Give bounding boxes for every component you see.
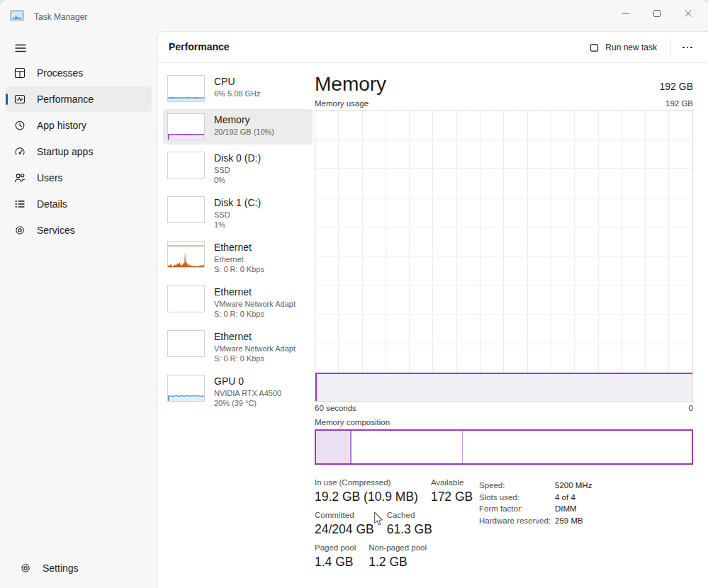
startup-apps-icon: [14, 146, 26, 157]
sidebar-item-label: Performance: [37, 94, 94, 105]
sidebar-item-label: Processes: [37, 67, 83, 79]
memory-total: 192 GB: [660, 81, 693, 96]
perf-item-ethernet3[interactable]: Ethernet VMware Network Adapt S: 0 R: 0 …: [163, 326, 313, 368]
stat-nonpaged-pool: Non-paged pool 1.2 GB: [369, 543, 427, 570]
perf-item-subtitle: VMware Network Adapt: [214, 299, 296, 309]
navigation-menu-button[interactable]: [9, 38, 33, 58]
detail-row-slots: Slots used: 4 of 4: [479, 492, 592, 504]
memory-composition-bar[interactable]: [315, 429, 693, 465]
perf-item-stat: S: 0 R: 0 Kbps: [214, 264, 264, 274]
sidebar-item-label: Settings: [43, 562, 79, 574]
stat-available: Available 172 GB: [431, 478, 473, 504]
disk1-sparkline: [167, 196, 205, 223]
perf-item-memory[interactable]: Memory 20/192 GB (10%): [163, 109, 313, 145]
perf-item-stat: S: 0 R: 0 Kbps: [214, 309, 296, 319]
processes-icon: [14, 67, 26, 79]
detail-row-speed: Speed: 5200 MHz: [479, 480, 592, 492]
stat-paged-pool: Paged pool 1.4 GB: [315, 543, 356, 570]
composition-segment-free: [463, 431, 692, 463]
app-logo-icon: [10, 10, 24, 21]
sidebar-item-label: Users: [37, 172, 63, 183]
sidebar-nav: Processes Performance App history Startu…: [0, 60, 157, 244]
perf-item-title: Memory: [214, 113, 274, 127]
perf-item-ethernet1[interactable]: Ethernet Ethernet S: 0 R: 0 Kbps: [163, 237, 313, 278]
memory-detail-pane: Memory 192 GB Memory usage 192 GB 60 sec…: [315, 64, 708, 588]
perf-item-stat: SSD: [214, 165, 261, 175]
close-button[interactable]: [673, 3, 704, 24]
x-axis-left-label: 60 seconds: [315, 404, 356, 412]
sidebar-item-settings[interactable]: Settings: [11, 555, 146, 581]
memory-hardware-details: Speed: 5200 MHz Slots used: 4 of 4 Form …: [479, 478, 592, 576]
perf-item-stat: 1%: [214, 220, 261, 230]
sidebar-item-startup-apps[interactable]: Startup apps: [6, 139, 152, 164]
chart-x-axis: 60 seconds 0: [315, 404, 693, 412]
sidebar-item-label: Details: [37, 198, 67, 210]
run-new-task-label: Run new task: [605, 43, 657, 52]
perf-item-title: GPU 0: [214, 375, 281, 388]
stat-cached: Cached 61.3 GB: [387, 511, 432, 537]
perf-item-ethernet2[interactable]: Ethernet VMware Network Adapt S: 0 R: 0 …: [163, 281, 313, 323]
run-new-task-icon: [590, 43, 599, 52]
stat-committed: Committed 24/204 GB: [315, 511, 374, 537]
perf-item-title: Ethernet: [214, 285, 296, 299]
app-title: Task Manager: [34, 12, 87, 22]
memory-title: Memory: [315, 73, 386, 96]
ethernet3-sparkline: [167, 330, 205, 357]
ethernet1-sparkline: [167, 241, 205, 268]
perf-item-title: Ethernet: [214, 330, 296, 344]
task-manager-window: Task Manager Processes: [0, 0, 708, 588]
perf-item-title: Disk 1 (C:): [214, 196, 261, 210]
app-history-icon: [14, 120, 26, 131]
sidebar-item-app-history[interactable]: App history: [6, 113, 152, 138]
memory-usage-label: Memory usage: [315, 99, 369, 108]
selection-accent-bar: [6, 94, 8, 105]
ethernet2-sparkline: [167, 285, 205, 312]
panel-header: Performance Run new task: [158, 32, 708, 63]
x-axis-right-label: 0: [689, 404, 693, 412]
maximize-button[interactable]: [641, 3, 673, 24]
sidebar-item-details[interactable]: Details: [6, 191, 152, 217]
performance-body: CPU 6% 5.08 GHz Memory 20/192: [158, 64, 708, 588]
sidebar-item-users[interactable]: Users: [6, 165, 152, 191]
titlebar: Task Manager: [0, 0, 708, 31]
cpu-sparkline: [167, 75, 205, 102]
more-options-button[interactable]: [674, 37, 701, 58]
composition-segment-standby: [352, 431, 462, 463]
perf-item-disk1[interactable]: Disk 1 (C:) SSD 1%: [163, 192, 313, 234]
memory-scale-max: 192 GB: [665, 99, 693, 108]
perf-item-subtitle: VMware Network Adapt: [214, 344, 296, 354]
perf-item-stat: 20% (39 °C): [214, 398, 281, 408]
performance-icon: [14, 94, 26, 105]
memory-sparkline: [167, 113, 205, 140]
perf-item-stat: 6% 5.08 GHz: [214, 89, 260, 98]
perf-item-subtitle: NVIDIA RTX A4500: [214, 388, 281, 398]
perf-item-stat: 0%: [214, 175, 261, 185]
page-title: Performance: [169, 41, 230, 52]
detail-row-form-factor: Form factor: DIMM: [479, 503, 592, 515]
perf-item-subtitle: Ethernet: [214, 254, 264, 264]
composition-segment-in-use: [316, 431, 352, 463]
perf-item-stat: SSD: [214, 210, 261, 220]
perf-item-gpu0[interactable]: GPU 0 NVIDIA RTX A4500 20% (39 °C): [163, 371, 313, 412]
perf-item-disk0[interactable]: Disk 0 (D:) SSD 0%: [163, 147, 313, 189]
sidebar-item-processes[interactable]: Processes: [6, 60, 152, 86]
perf-item-title: Ethernet: [214, 241, 264, 254]
main-panel: Performance Run new task: [157, 31, 708, 588]
memory-stats-left: In use (Compressed) 19.2 GB (10.9 MB) Av…: [315, 478, 479, 576]
memory-usage-area: [315, 373, 692, 401]
memory-stats: In use (Compressed) 19.2 GB (10.9 MB) Av…: [315, 478, 693, 576]
perf-item-stat: S: 0 R: 0 Kbps: [214, 354, 296, 363]
sidebar-item-label: Services: [37, 225, 75, 236]
stat-in-use: In use (Compressed) 19.2 GB (10.9 MB): [315, 478, 418, 504]
sidebar-item-services[interactable]: Services: [6, 217, 152, 243]
perf-item-title: Disk 0 (D:): [214, 152, 261, 165]
run-new-task-button[interactable]: Run new task: [583, 37, 664, 58]
gpu0-sparkline: [167, 375, 205, 402]
disk0-sparkline: [167, 152, 205, 179]
sidebar-item-performance[interactable]: Performance: [6, 86, 152, 112]
performance-list: CPU 6% 5.08 GHz Memory 20/192: [158, 64, 315, 588]
perf-item-cpu[interactable]: CPU 6% 5.08 GHz: [163, 71, 313, 106]
header-divider: [670, 39, 671, 56]
minimize-button[interactable]: [610, 3, 641, 24]
hamburger-icon: [15, 43, 26, 54]
